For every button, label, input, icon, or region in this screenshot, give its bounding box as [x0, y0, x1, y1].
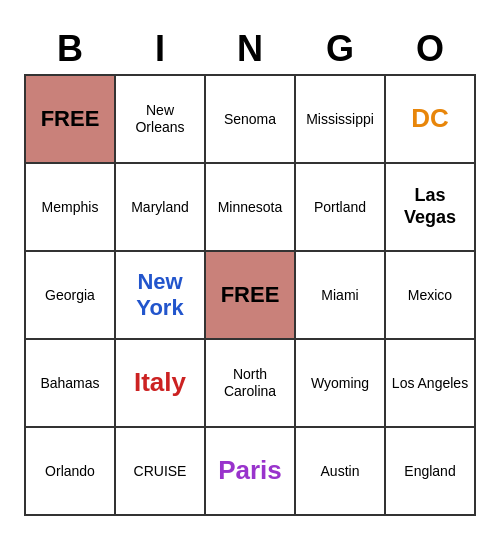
bingo-header: BINGO: [25, 28, 475, 70]
cell-r0-c1: New Orleans: [116, 76, 206, 164]
bingo-card: BINGO FREENew OrleansSenomaMississippiDC…: [14, 18, 486, 526]
cell-r0-c0: FREE: [26, 76, 116, 164]
cell-r2-c2: FREE: [206, 252, 296, 340]
cell-r1-c4: Las Vegas: [386, 164, 476, 252]
bingo-grid: FREENew OrleansSenomaMississippiDCMemphi…: [24, 74, 476, 516]
header-letter: N: [205, 28, 295, 70]
cell-r4-c3: Austin: [296, 428, 386, 516]
cell-r3-c0: Bahamas: [26, 340, 116, 428]
header-letter: G: [295, 28, 385, 70]
cell-r2-c4: Mexico: [386, 252, 476, 340]
cell-r1-c2: Minnesota: [206, 164, 296, 252]
cell-r4-c1: CRUISE: [116, 428, 206, 516]
header-letter: O: [385, 28, 475, 70]
cell-r3-c1: Italy: [116, 340, 206, 428]
cell-r3-c4: Los Angeles: [386, 340, 476, 428]
cell-r4-c2: Paris: [206, 428, 296, 516]
cell-r2-c0: Georgia: [26, 252, 116, 340]
cell-r0-c3: Mississippi: [296, 76, 386, 164]
cell-r1-c3: Portland: [296, 164, 386, 252]
cell-r4-c0: Orlando: [26, 428, 116, 516]
header-letter: B: [25, 28, 115, 70]
cell-r3-c2: North Carolina: [206, 340, 296, 428]
cell-r2-c3: Miami: [296, 252, 386, 340]
cell-r0-c4: DC: [386, 76, 476, 164]
cell-r2-c1: New York: [116, 252, 206, 340]
cell-r4-c4: England: [386, 428, 476, 516]
cell-r1-c1: Maryland: [116, 164, 206, 252]
cell-r3-c3: Wyoming: [296, 340, 386, 428]
cell-r1-c0: Memphis: [26, 164, 116, 252]
cell-r0-c2: Senoma: [206, 76, 296, 164]
header-letter: I: [115, 28, 205, 70]
